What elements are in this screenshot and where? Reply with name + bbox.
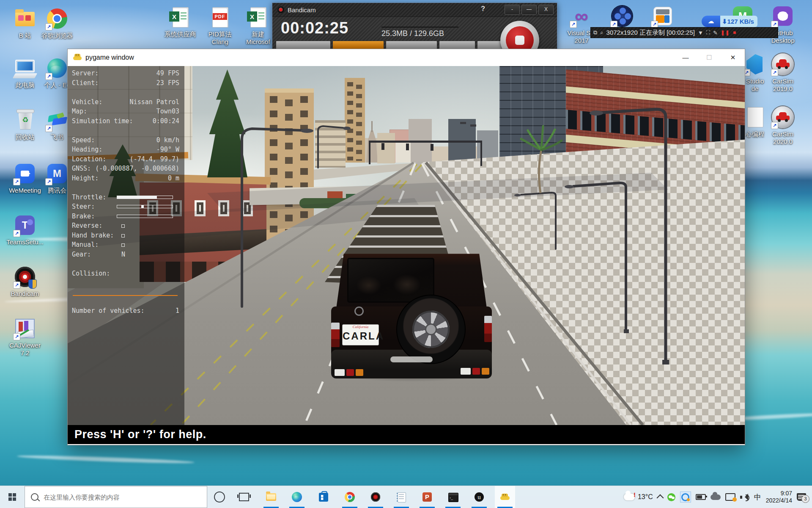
netdisk-cloud-icon: ☁ — [702, 16, 720, 27]
taskbar-button-pygame[interactable] — [495, 486, 515, 508]
hud-collision-row: Collision: — [72, 269, 179, 279]
desktop-icon-cajviewer[interactable]: ↗CAJViewer 7.2 — [6, 318, 44, 357]
dropdown-icon[interactable]: ▼ — [698, 30, 703, 36]
qq-tray-icon[interactable] — [680, 491, 691, 502]
bandicam-tool-button[interactable] — [386, 41, 437, 50]
taskbar-button-chrome[interactable] — [340, 486, 360, 508]
this-pc-icon — [14, 57, 36, 79]
desktop-icon-label: PID算法 Clang — [201, 30, 239, 46]
tray-expand-chevron[interactable] — [658, 494, 663, 500]
bandicam-tool-button[interactable] — [276, 41, 331, 50]
search-icon — [31, 493, 38, 501]
bumper-reflector-right — [472, 368, 480, 375]
taskbar-button-unreal[interactable]: u — [469, 486, 489, 508]
desktop-icon-pdf-file[interactable]: PDFPID算法 Clang — [201, 6, 239, 46]
pygame-maximize-button[interactable]: ☐ — [697, 49, 721, 66]
zoom-icon[interactable]: ⌕ — [600, 29, 603, 36]
edge-icon: ↗ — [46, 57, 68, 79]
taskbar-button-powerpoint[interactable]: P — [417, 486, 437, 508]
shortcut-arrow-icon: ↗ — [771, 69, 778, 76]
start-button[interactable] — [0, 486, 25, 508]
desktop-icon-excel-file[interactable]: X新建 Microsof — [239, 6, 277, 46]
hud-checkbox — [121, 224, 125, 228]
wechat-tray-icon[interactable] — [667, 493, 675, 501]
shortcut-arrow-icon: ↗ — [13, 282, 20, 289]
windows-logo-icon — [8, 493, 16, 501]
edge-icon — [292, 492, 302, 502]
hud-bar — [117, 215, 173, 218]
shortcut-arrow-icon: ↗ — [771, 122, 778, 129]
shortcut-arrow-icon: ↗ — [45, 178, 52, 185]
stop-icon[interactable]: ■ — [733, 30, 736, 36]
turn-signal-right — [482, 368, 489, 375]
desktop-icon-vs2017[interactable]: ∞↗Visual Stu 2017 — [562, 5, 601, 44]
collision-graph — [72, 278, 179, 302]
bandicam-close-button[interactable]: X — [538, 5, 554, 15]
bandicam-tool-button[interactable] — [477, 41, 503, 50]
hud-control-handbrake: Hand brake: — [72, 231, 179, 240]
taskbar-button-terminal[interactable] — [443, 486, 463, 508]
taskbar-button-file-explorer[interactable] — [261, 486, 281, 508]
hud-checkbox — [121, 234, 125, 237]
taskbar-button-edge[interactable] — [287, 486, 307, 508]
store-icon — [318, 491, 329, 502]
taskbar-button-cortana[interactable] — [209, 486, 230, 508]
desktop-icon-chrome[interactable]: ↗谷歌浏览器 — [38, 8, 76, 39]
onedrive-tray-icon[interactable] — [710, 494, 721, 500]
desktop-icon-carsim[interactable]: ↗CarSim 2019.0 — [764, 53, 802, 93]
taskbar-button-task-view[interactable] — [234, 486, 254, 508]
desktop-icon-label: 谷歌浏览器 — [38, 32, 76, 39]
taskbar-button-notepad[interactable] — [391, 486, 411, 508]
hud-control-steer: Steer: — [72, 202, 179, 212]
taskbar-search-box[interactable] — [25, 486, 207, 508]
notification-badge: 3 — [801, 495, 809, 503]
bandicam-tool-button[interactable] — [439, 41, 475, 50]
task-view-icon — [239, 493, 249, 501]
bandicam-recording-bar[interactable]: ⧉ ⌕ 3072x1920 正在录制 [00:02:25] ▼ ⛶ ✎ ❚❚ ■ — [590, 27, 778, 38]
bandicam-help-button[interactable]: ? — [481, 5, 485, 13]
bandicam-minimize-button[interactable]: — — [521, 5, 537, 15]
desktop-icon-label: 新建 Microsof — [239, 30, 277, 46]
hud-control-throttle: Throttle: — [72, 193, 179, 202]
weather-widget[interactable]: 13°C — [624, 493, 653, 501]
action-center-button[interactable]: 3 — [797, 493, 806, 501]
bandicam-minimize-tray-button[interactable]: - — [505, 5, 520, 15]
shortcut-arrow-icon: ↗ — [45, 125, 52, 132]
pencil-icon[interactable]: ✎ — [713, 30, 718, 36]
display-tray-icon[interactable] — [725, 493, 735, 501]
collision-graph-line — [73, 295, 178, 296]
volume-tray-icon[interactable] — [740, 494, 749, 500]
tail-light-right — [484, 316, 492, 342]
bandicam-record-stop-button[interactable] — [500, 21, 539, 50]
bandicam-titlebar[interactable]: Bandicam ? - — X — [272, 3, 557, 17]
hud-row: Client:23 FPS — [72, 78, 179, 88]
ime-indicator[interactable]: 中 — [754, 492, 761, 502]
carla-simulation-view[interactable]: California CARLA Server:49 FPSClient:23 … — [68, 66, 745, 425]
plate-number: CARLA — [343, 329, 379, 343]
pygame-titlebar[interactable]: pygame window — ☐ ✕ — [68, 49, 745, 66]
camera-icon[interactable]: ⛶ — [706, 29, 710, 36]
architect-icon: ↗ — [611, 5, 633, 27]
desktop-icon-bandicam-app[interactable]: ↗Bandicam — [6, 266, 44, 298]
carsim-icon: ↗ — [772, 106, 794, 128]
bandicam-tool-button-active[interactable] — [332, 41, 384, 50]
battery-tray-icon[interactable] — [696, 494, 706, 500]
plate-state: California — [343, 325, 379, 329]
window-select-icon[interactable]: ⧉ — [593, 29, 597, 36]
search-input[interactable] — [43, 493, 197, 501]
temperature: 13°C — [638, 493, 653, 501]
netdisk-speed-badge[interactable]: ☁ ⬇127 KB/s — [702, 16, 757, 27]
pygame-minimize-button[interactable]: — — [674, 49, 697, 66]
taskbar-button-bandicam[interactable] — [365, 486, 386, 508]
vmware-icon: ↗ — [652, 5, 674, 27]
desktop-icon-excel-file[interactable]: X系统供应商 — [161, 6, 199, 38]
desktop-icon-label: CarSim 2019.0 — [764, 77, 802, 93]
desktop-icon-teams[interactable]: T↗TeamsSetu... — [6, 214, 44, 246]
desktop-icon-carsim[interactable]: ↗CarSim 2020.0 — [764, 106, 802, 146]
cloud-icon — [710, 494, 721, 500]
clock[interactable]: 9:072022/4/14 — [766, 490, 792, 504]
desktop-icon-github[interactable]: ↗GitHub Desktop — [764, 5, 802, 44]
pygame-close-button[interactable]: ✕ — [721, 49, 745, 66]
pause-icon[interactable]: ❚❚ — [721, 30, 730, 36]
taskbar-button-store[interactable] — [313, 486, 334, 508]
